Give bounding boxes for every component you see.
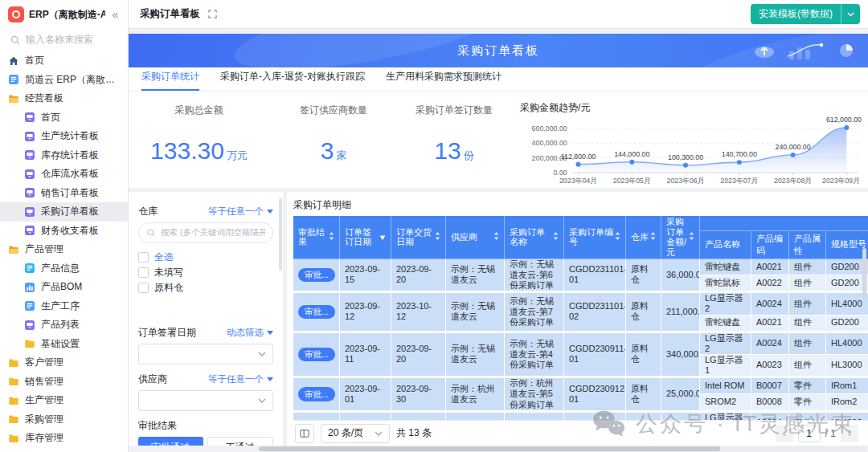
chevron-down-icon[interactable] [841, 12, 860, 17]
sort-icon[interactable] [650, 232, 656, 242]
column-header-订单交货日期[interactable]: 订单交货日期 [391, 216, 446, 259]
checkbox[interactable] [138, 283, 149, 293]
sidebar-item-采购订单看板[interactable]: 采购订单看板 [0, 202, 128, 222]
table-row: 审批...2023-08-012023-08-30示例：无锡道友云示例：无锡道友… [293, 411, 868, 420]
cell-supplier: 示例：无锡道友云 [446, 291, 505, 331]
cell-order-name: 示例：无锡道友云-第6份采购订单 [505, 259, 564, 292]
kpi-supplier-count: 签订供应商数量 3家 [269, 92, 398, 188]
sidebar-item-销售订单看板[interactable]: 销售订单看板 [0, 184, 128, 203]
sort-icon[interactable] [379, 232, 386, 242]
signdate-select[interactable] [138, 344, 273, 364]
sidebar-item-基础设置[interactable]: 基础设置 [0, 335, 128, 354]
column-header-采购订单编号[interactable]: 采购订单编号 [564, 216, 626, 259]
sort-icon[interactable] [329, 232, 334, 242]
filter-search-input[interactable]: 搜索 (多个关键词用空格隔开) [138, 222, 273, 243]
svg-text:612,000.00: 612,000.00 [826, 116, 862, 124]
warehouse-option-原料仓[interactable]: 原料仓 [138, 280, 273, 295]
sort-icon[interactable] [553, 232, 559, 242]
supplier-select[interactable] [138, 390, 273, 411]
filter-supplier-operator[interactable]: 等于任意一个 [208, 373, 273, 385]
approval-status-button[interactable]: 审批... [298, 268, 335, 283]
page-nav: ‹ 1 / 1 › [776, 425, 858, 442]
dashboard-icon [24, 225, 35, 236]
install-template-button[interactable]: 安装模板(带数据) [751, 4, 860, 24]
cell-product-spec: IRom1 [826, 377, 868, 393]
approval-option-审批通过[interactable]: 审批通过 [138, 437, 203, 446]
checkbox[interactable] [138, 252, 149, 263]
sort-icon[interactable] [435, 232, 440, 242]
filter-warehouse-operator[interactable]: 等于任意一个 [208, 206, 273, 218]
column-header-供应商[interactable]: 供应商 [446, 216, 505, 259]
prev-page-button[interactable]: ‹ [776, 425, 793, 442]
sidebar-item-财务管理[interactable]: 财务管理 [0, 448, 128, 452]
next-page-button[interactable]: › [841, 425, 858, 442]
app-title: ERP（离散制造-ATO） [29, 8, 105, 22]
sidebar-item-库存统计看板[interactable]: 库存统计看板 [0, 146, 128, 165]
cell-product-spec: GD200 [826, 316, 868, 332]
page-size-select[interactable]: 20 条/页 [321, 424, 390, 443]
sidebar-item-客户管理[interactable]: 客户管理 [0, 353, 128, 373]
column-header-产品编码[interactable]: 产品编码 [751, 231, 789, 259]
column-header-产品属性[interactable]: 产品属性 [789, 231, 826, 259]
sidebar-item-生产工序[interactable]: 生产工序 [0, 297, 128, 316]
column-header-仓库[interactable]: 仓库 [626, 216, 661, 259]
column-header-产品名称[interactable]: 产品名称 [700, 231, 751, 259]
table-scrollbar[interactable] [862, 248, 866, 298]
sidebar-item-经营看板[interactable]: 经营看板 [0, 89, 128, 108]
tab-2[interactable]: 生产用料采购需求预测统计 [386, 70, 502, 91]
approval-status-button[interactable]: 审批... [298, 305, 335, 320]
approval-status-button[interactable]: 审批... [298, 387, 335, 401]
sidebar-item-销售管理[interactable]: 销售管理 [0, 373, 128, 392]
sidebar-item-库存管理[interactable]: 库存管理 [0, 429, 128, 448]
dashboard-icon [24, 206, 35, 218]
sort-icon[interactable] [493, 232, 499, 242]
chart-title: 采购金额趋势/元 [520, 101, 863, 115]
filter-signdate-operator[interactable]: 动态筛选 [227, 327, 273, 339]
sidebar-item-简道云 ERP（离散制造-ATO）「...[interactable]: 简道云 ERP（离散制造-ATO）「... [0, 71, 128, 90]
sidebar-item-首页[interactable]: 首页 [0, 108, 128, 128]
column-header-审批结果[interactable]: 审批结果 [293, 216, 340, 259]
cell-product-spec: IRom2 [826, 394, 868, 411]
sidebar-search-input[interactable]: 输入名称来搜索 [0, 27, 128, 51]
tab-0[interactable]: 采购订单统计 [141, 70, 199, 91]
fullscreen-icon[interactable] [208, 10, 217, 18]
approval-option-不通过[interactable]: 不通过 [207, 437, 274, 446]
warehouse-option-全选[interactable]: 全选 [138, 250, 273, 265]
cell-order-name: 示例：无锡道友云-第5份采购订单 [505, 411, 564, 420]
column-header-订单签订日期[interactable]: 订单签订日期 [340, 216, 391, 259]
column-header-采购订单名称[interactable]: 采购订单名称 [505, 216, 564, 259]
column-settings-button[interactable] [295, 424, 314, 443]
tab-1[interactable]: 采购订单-入库-退货-对账执行跟踪 [220, 70, 365, 91]
svg-text:600,000.00: 600,000.00 [532, 124, 567, 132]
sidebar-item-仓库流水看板[interactable]: 仓库流水看板 [0, 165, 128, 184]
sidebar-item-产品BOM[interactable]: 产品BOM [0, 278, 128, 297]
approval-status-button[interactable]: 审批... [298, 348, 335, 362]
page-number-input[interactable]: 1 [798, 425, 821, 442]
sidebar-item-财务收支看板[interactable]: 财务收支看板 [0, 222, 128, 241]
sidebar-item-生产管理[interactable]: 生产管理 [0, 391, 128, 410]
sidebar-item-产品列表[interactable]: 产品列表 [0, 316, 128, 335]
svg-text:100,300.00: 100,300.00 [668, 153, 703, 161]
app-root: ERP（离散制造-ATO） « 输入名称来搜索 首页简道云 ERP（离散制造-A… [0, 0, 868, 452]
cell-supplier: 示例：杭州道友云 [446, 377, 505, 411]
cell-product-name: LG显示器1 [700, 355, 751, 377]
sidebar-item-采购管理[interactable]: 采购管理 [0, 410, 128, 430]
dashboard-banner: 采购订单看板 [129, 34, 868, 67]
sidebar-collapse-icon[interactable]: « [110, 8, 120, 21]
sort-icon[interactable] [615, 232, 620, 242]
sidebar-item-产品管理[interactable]: 产品管理 [0, 240, 128, 259]
horizontal-scrollbar[interactable] [259, 446, 866, 451]
workspace-tab-label[interactable]: 采购订单看板 [140, 7, 200, 21]
filter-scrollbar[interactable] [279, 198, 282, 271]
column-header-采购订单金额/元[interactable]: 采购订单金额/元 [661, 216, 700, 259]
svg-text:2023年07月: 2023年07月 [720, 177, 758, 185]
checkbox[interactable] [138, 267, 149, 278]
sidebar-item-生产统计看板[interactable]: 生产统计看板 [0, 127, 128, 146]
cell-sign-date: 2023-08-01 [340, 411, 391, 420]
caret-down-icon [267, 331, 273, 335]
sort-icon[interactable] [689, 232, 694, 242]
warehouse-option-未填写[interactable]: 未填写 [138, 265, 273, 280]
sidebar-item-首页[interactable]: 首页 [0, 51, 128, 71]
doc-icon [24, 300, 35, 312]
sidebar-item-产品信息[interactable]: 产品信息 [0, 259, 128, 279]
